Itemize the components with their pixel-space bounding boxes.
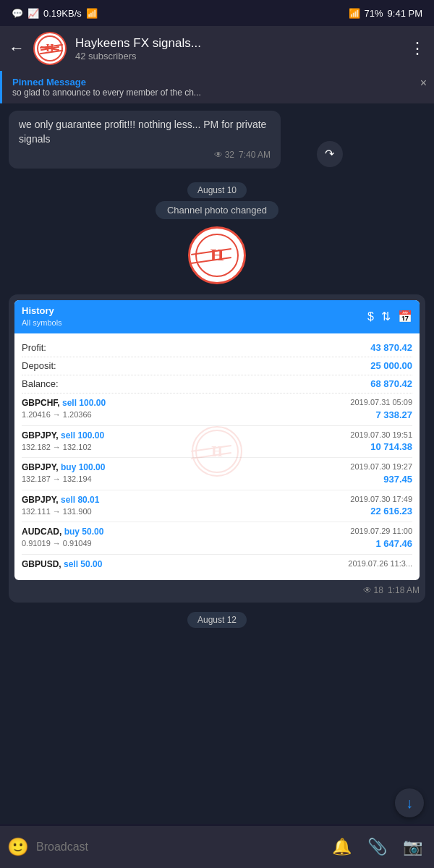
subscriber-count: 42 subscribers <box>75 51 401 61</box>
balance-label: Balance: <box>22 378 59 391</box>
chat-area: we only guarantee profit!!! nothing less… <box>0 103 434 824</box>
forward-button[interactable]: ↷ <box>317 141 343 167</box>
profit-row: Profit: 43 870.42 <box>22 339 412 357</box>
emoji-button[interactable]: 🙂 <box>7 837 29 857</box>
trading-card-header: History All symbols $ ⇅ 📅 <box>14 300 420 333</box>
wifi-icon: 📶 <box>86 8 98 19</box>
trading-history-card: History All symbols $ ⇅ 📅 Profit: 43 870… <box>14 300 420 580</box>
status-bar-right: 📶 71% 9:41 PM <box>349 8 422 19</box>
whatsapp-icon: 💬 <box>12 8 23 19</box>
message-time: 7:40 AM <box>239 149 271 161</box>
table-row: GBPJPY, sell 80.01 132.111 → 131.900 201… <box>22 490 412 523</box>
trading-message-meta: 👁 18 1:18 AM <box>14 584 420 597</box>
dollar-icon: $ <box>367 309 374 325</box>
profit-value: 43 870.42 <box>370 341 412 354</box>
table-row: AUDCAD, buy 50.00 0.91019 → 0.91049 2019… <box>22 522 412 555</box>
channel-name: Haykeens FX signals... <box>75 36 401 51</box>
status-bar-left: 💬 📈 0.19KB/s 📶 <box>12 8 98 19</box>
trading-views: 👁 18 <box>363 584 383 597</box>
message-meta: 👁 32 7:40 AM <box>19 149 271 161</box>
chat-header: ← H Haykeens FX signals... 42 subscriber… <box>0 26 434 71</box>
deposit-row: Deposit: 25 000.00 <box>22 357 412 375</box>
pinned-text: so glad to announce to every member of t… <box>12 88 201 98</box>
avatar-circle: H <box>188 226 246 284</box>
scroll-down-button[interactable]: ↓ <box>395 788 424 817</box>
channel-avatar: H <box>33 32 67 65</box>
system-message: Channel photo changed <box>9 203 425 216</box>
trading-card-message: History All symbols $ ⇅ 📅 Profit: 43 870… <box>9 294 425 603</box>
table-row: GBPCHF, sell 100.00 1.20416 → 1.20366 20… <box>22 393 412 426</box>
more-options-icon[interactable]: ⋮ <box>409 39 425 58</box>
message-bubble: we only guarantee profit!!! nothing less… <box>9 111 281 169</box>
speed-indicator: 0.19KB/s <box>43 8 82 19</box>
view-count: 32 <box>225 149 234 161</box>
battery-level: 71% <box>365 8 383 19</box>
signal-icon: 📶 <box>349 8 360 19</box>
status-bar: 💬 📈 0.19KB/s 📶 📶 71% 9:41 PM <box>0 0 434 26</box>
trading-card-subtitle: All symbols <box>22 318 62 328</box>
balance-row: Balance: 68 870.42 <box>22 375 412 393</box>
header-info: Haykeens FX signals... 42 subscribers <box>75 36 401 61</box>
camera-button[interactable]: 📷 <box>399 838 427 856</box>
balance-value: 68 870.42 <box>370 378 412 391</box>
message-text: we only guarantee profit!!! nothing less… <box>19 119 266 145</box>
date-divider-aug10: August 10 <box>9 183 425 196</box>
date-label-aug12: August 12 <box>187 612 247 628</box>
activity-icon: 📈 <box>27 8 39 19</box>
pinned-content: Pinned Message so glad to announce to ev… <box>12 77 201 98</box>
channel-avatar-large: H <box>9 226 425 284</box>
trading-card-body: Profit: 43 870.42 Deposit: 25 000.00 Bal… <box>14 333 420 580</box>
attachment-button[interactable]: 📎 <box>363 838 391 856</box>
bell-button[interactable]: 🔔 <box>328 838 356 856</box>
h-letter: H <box>210 245 224 265</box>
trading-card-icons: $ ⇅ 📅 <box>367 309 412 325</box>
current-time: 9:41 PM <box>388 8 422 19</box>
profit-label: Profit: <box>22 341 46 354</box>
message-views: 👁 32 <box>214 149 234 161</box>
trading-card-title: History <box>22 305 62 318</box>
avatar-inner: H <box>37 35 63 61</box>
back-button[interactable]: ← <box>9 39 25 58</box>
date-divider-aug12: August 12 <box>9 613 425 626</box>
calendar-icon: 📅 <box>398 309 412 325</box>
message-input[interactable] <box>36 826 320 868</box>
table-row: GBPJPY, buy 100.00 132.187 → 132.194 201… <box>22 458 412 490</box>
eye-icon: 👁 <box>214 149 223 161</box>
deposit-value: 25 000.00 <box>370 359 412 373</box>
trading-msg-time: 1:18 AM <box>388 584 420 597</box>
pinned-message-bar: Pinned Message so glad to announce to ev… <box>0 71 434 103</box>
view-count2: 18 <box>374 584 383 597</box>
avatar-circle-inner: H <box>195 234 239 277</box>
table-row: GBPUSD, sell 50.00 2019.07.26 11:3... <box>22 555 412 574</box>
system-message-text: Channel photo changed <box>156 201 278 219</box>
pinned-label: Pinned Message <box>12 77 201 88</box>
eye-icon2: 👁 <box>363 584 372 597</box>
sort-icon: ⇅ <box>381 309 391 325</box>
date-label: August 10 <box>187 182 247 198</box>
pinned-close-button[interactable]: × <box>420 77 427 90</box>
deposit-label: Deposit: <box>22 359 56 373</box>
bottom-bar: 🙂 🔔 📎 📷 <box>0 826 434 868</box>
